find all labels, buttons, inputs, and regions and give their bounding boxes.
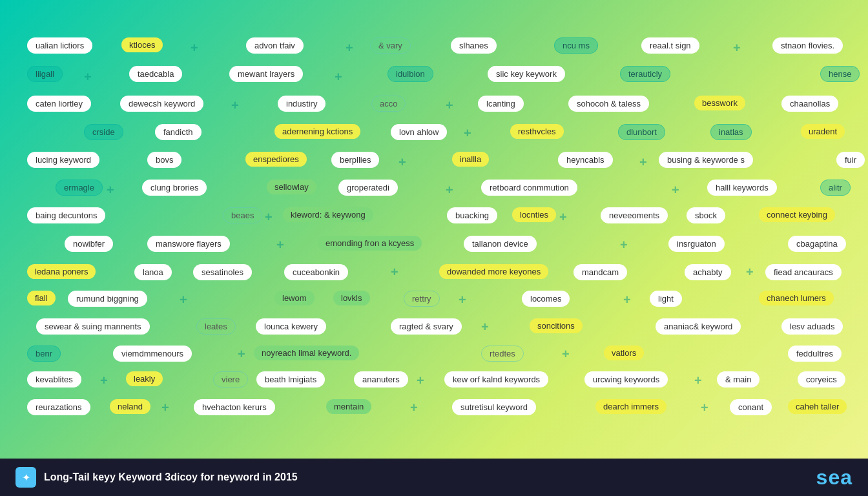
tag-item[interactable]: viemdmmenours [113,346,192,362]
tag-item[interactable]: lounca kewery [256,318,326,335]
tag-item[interactable]: bovs [147,152,181,168]
tag-item[interactable]: lesv aduads [781,318,843,335]
tag-item[interactable]: fiall [27,291,56,305]
tag-item[interactable]: coryeics [798,371,845,388]
tag-item[interactable]: rettry [404,291,440,307]
tag-item[interactable]: halll keywords [707,180,777,196]
tag-item[interactable]: buacking [447,207,497,223]
tag-item[interactable]: connect keybing [759,207,835,222]
tag-item[interactable]: & main [717,371,760,388]
tag-item[interactable]: liigall [27,66,63,82]
tag-item[interactable]: locnties [512,207,556,222]
tag-item[interactable]: lewom [274,291,315,305]
tag-item[interactable]: sbock [687,207,725,223]
tag-item[interactable]: terauticly [620,66,670,82]
tag-item[interactable]: neland [110,399,150,414]
tag-item[interactable]: kevablites [27,371,81,388]
tag-item[interactable]: chaanollas [781,96,838,112]
tag-item[interactable]: hvehacton kerurs [194,399,275,415]
tag-item[interactable]: advon tfaiv [246,37,304,54]
tag-item[interactable]: hense [820,66,860,82]
tag-item[interactable]: viere [213,371,248,388]
tag-item[interactable]: lovn ahlow [391,124,447,140]
tag-item[interactable]: sutretisul keyword [452,399,536,415]
tag-item[interactable]: kew orf kalnd keywords [444,371,548,388]
tag-item[interactable]: leakly [126,371,163,386]
tag-item[interactable]: alitr [820,180,851,196]
tag-item[interactable]: fandicth [155,124,202,140]
tag-item[interactable]: caten liortley [27,96,91,112]
tag-item[interactable]: ncu ms [554,37,598,54]
tag-item[interactable]: mentain [326,399,371,414]
tag-item[interactable]: idulbion [388,66,433,82]
tag-item[interactable]: light [650,291,682,307]
tag-item[interactable]: industiry [278,96,326,112]
tag-item[interactable]: ananiac& keyword [656,318,741,335]
tag-item[interactable]: adernening kctions [274,124,360,139]
tag-item[interactable]: acco [371,96,406,112]
tag-item[interactable]: siic key keywork [488,66,565,82]
tag-item[interactable]: besswork [694,96,745,110]
tag-item[interactable]: conant [730,399,772,415]
tag-item[interactable]: lanoa [134,264,172,280]
tag-item[interactable]: ananuters [354,371,408,388]
tag-item[interactable]: heyncabls [558,152,613,168]
tag-item[interactable]: uradent [801,124,845,139]
tag-item[interactable]: crside [84,124,123,140]
tag-item[interactable]: leates [196,318,236,335]
tag-item[interactable]: kleword: & keywong [283,207,373,222]
tag-item[interactable]: reurazations [27,399,90,415]
tag-item[interactable]: dlunbort [618,124,665,140]
tag-item[interactable]: reaal.t sign [641,37,699,54]
tag-item[interactable]: slhanes [451,37,497,54]
tag-item[interactable]: benr [27,346,61,362]
tag-item[interactable]: manswore flayers [147,236,230,252]
tag-item[interactable]: ualian lictiors [27,37,92,54]
tag-item[interactable]: sesatinoles [193,264,252,280]
tag-item[interactable]: sellowlay [267,180,316,194]
tag-item[interactable]: fiead ancauracs [765,264,842,280]
tag-item[interactable]: ktloces [121,37,163,52]
tag-item[interactable]: groperatedi [338,180,398,196]
tag-item[interactable]: taedcabla [129,66,182,82]
tag-item[interactable]: lucing keyword [27,152,99,168]
tag-item[interactable]: achabty [685,264,731,280]
tag-item[interactable]: inatlas [710,124,752,140]
tag-item[interactable]: mandcam [574,264,627,280]
tag-item[interactable]: fuir [836,152,865,168]
tag-item[interactable]: urcwing keywords [584,371,668,388]
tag-item[interactable]: inallla [452,152,489,167]
tag-item[interactable]: sewear & suing mannents [36,318,150,335]
tag-item[interactable]: dowanded more keyones [439,264,548,279]
tag-item[interactable]: neveeoments [601,207,668,223]
tag-item[interactable]: retboard conmmution [481,180,577,196]
tag-item[interactable]: clung brories [142,180,207,196]
tag-item[interactable]: rumund biggning [68,291,147,307]
tag-item[interactable]: & vary [370,37,411,54]
tag-item[interactable]: berpllies [331,152,379,168]
tag-item[interactable]: ragted & svary [391,318,462,335]
tag-item[interactable]: enspediores [245,152,307,167]
tag-item[interactable]: rtedtes [481,346,524,362]
tag-item[interactable]: chanech lumers [759,291,834,305]
tag-item[interactable]: busing & keyworde s [659,152,753,168]
tag-item[interactable]: mewant lrayers [229,66,303,82]
tag-item[interactable]: ermagle [56,180,103,196]
tag-item[interactable]: beaes [223,207,262,223]
tag-item[interactable]: tallanon device [464,236,537,252]
tag-item[interactable]: vatlors [604,346,644,360]
tag-item[interactable]: feddultres [788,346,842,362]
tag-item[interactable]: emonding fron a kcyess [318,236,422,251]
tag-item[interactable]: baing decuntons [27,207,105,223]
tag-item[interactable]: nowibfer [65,236,113,252]
tag-item[interactable]: cbagaptina [788,236,846,252]
tag-item[interactable]: dearch immers [595,399,666,414]
tag-item[interactable]: noyreach limal keyword. [254,346,359,360]
tag-item[interactable]: resthvcles [510,124,564,139]
tag-item[interactable]: insrguaton [668,236,725,252]
tag-item[interactable]: stnaon flovies. [772,37,843,54]
tag-item[interactable]: lcanting [478,96,524,112]
tag-item[interactable]: caheh taller [788,399,847,414]
tag-item[interactable]: soncitions [530,318,583,333]
tag-item[interactable]: beath lmigiats [256,371,325,388]
